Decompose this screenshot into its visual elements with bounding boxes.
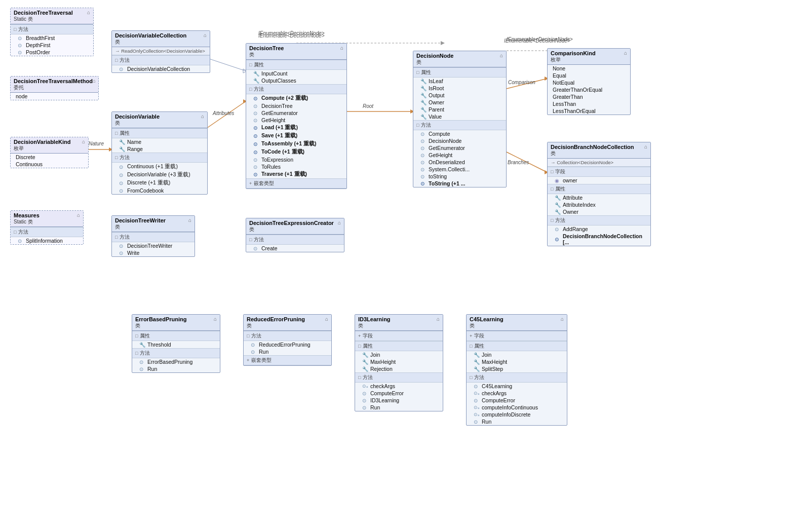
- method-item: ⊙Run: [132, 365, 220, 372]
- toggle-icon[interactable]: □: [416, 70, 419, 75]
- filter-icon[interactable]: ⌂: [325, 316, 328, 322]
- toggle-icon[interactable]: □: [14, 27, 16, 32]
- toggle-icon[interactable]: □: [358, 375, 361, 380]
- attr-item: 🔧Range: [112, 145, 207, 153]
- method-icon: ⊙: [420, 131, 427, 137]
- toggle-icon[interactable]: +: [470, 333, 472, 338]
- section-fields: + 字段: [355, 331, 443, 341]
- toggle-icon[interactable]: □: [358, 344, 361, 349]
- section-methods: □ 方法: [132, 348, 220, 358]
- section-label: 属性: [421, 69, 431, 76]
- box-title: DecisionVariableKind: [14, 139, 70, 145]
- section-label: 方法: [18, 26, 28, 33]
- enum-item: GreaterThanOrEqual: [548, 86, 630, 93]
- toggle-icon[interactable]: □: [115, 58, 118, 63]
- box-subtitle: Static 类: [14, 218, 40, 225]
- box-subtitle: 枚举: [551, 56, 596, 63]
- filter-icon[interactable]: ⌂: [214, 316, 217, 322]
- method-item: ⊙Write: [112, 249, 195, 256]
- toggle-icon[interactable]: □: [247, 333, 249, 338]
- filter-icon[interactable]: ⌂: [188, 217, 191, 223]
- filter-icon[interactable]: ⌂: [77, 212, 80, 218]
- decision-tree-writer-box: DecisionTreeWriter 类 ⌂ □ 方法 ⊙DecisionTre…: [111, 215, 195, 257]
- method-item: ⊙Discrete (+1 重载): [112, 179, 207, 187]
- attr-item: 🔧IsLeaf: [413, 78, 506, 85]
- toggle-icon[interactable]: □: [135, 333, 138, 338]
- box-header: DecisionTreeWriter 类 ⌂: [112, 216, 195, 232]
- decision-branch-node-collection-box: DecisionBranchNodeCollection 类 ⌂ → Colle…: [547, 142, 651, 246]
- toggle-icon[interactable]: □: [470, 344, 472, 349]
- attr-item: 🔧Parent: [413, 106, 506, 113]
- decision-node-box: DecisionNode 类 ⌂ □ 属性 🔧IsLeaf 🔧IsRoot 🔧O…: [413, 51, 507, 187]
- toggle-icon[interactable]: □: [14, 230, 16, 235]
- box-title: ID3Learning: [358, 316, 391, 322]
- toggle-icon[interactable]: □: [115, 235, 118, 240]
- box-title: C45Learning: [470, 316, 504, 322]
- filter-icon[interactable]: ⌂: [437, 316, 440, 322]
- method-item: ⊙System.Collecti...: [413, 166, 506, 173]
- nature-label: Nature: [89, 141, 104, 146]
- toggle-icon[interactable]: +: [358, 333, 361, 338]
- toggle-icon[interactable]: □: [551, 186, 553, 192]
- box-title: ReducedErrorPruning: [247, 316, 305, 322]
- wrench-icon: 🔧: [420, 107, 427, 112]
- box-subtitle: 类: [247, 322, 305, 329]
- box-header: ReducedErrorPruning 类 ⌂: [244, 315, 331, 331]
- filter-icon[interactable]: ⌂: [87, 10, 90, 15]
- section-label: 嵌套类型: [254, 180, 274, 187]
- method-icon: ⊙ₐ: [474, 412, 480, 417]
- box-title: ErrorBasedPruning: [135, 316, 186, 322]
- ienumerable-right-label: IEnumerable<DecisionNode>: [504, 38, 570, 44]
- section-label: 方法: [120, 154, 130, 161]
- filter-icon[interactable]: ⌂: [204, 32, 207, 38]
- wrench-icon: 🔧: [139, 342, 145, 348]
- wrench-icon: 🔧: [119, 146, 125, 152]
- method-icon: ⊙: [251, 349, 257, 355]
- filter-icon[interactable]: ⌂: [644, 144, 647, 149]
- method-item: ⊙DecisionVariableCollection: [112, 65, 210, 72]
- filter-icon[interactable]: ⌂: [500, 53, 503, 58]
- toggle-icon[interactable]: +: [247, 358, 249, 363]
- box-header: DecisionVariableCollection 类 ⌂: [112, 31, 210, 47]
- section-methods: □ 方法: [112, 232, 195, 242]
- toggle-icon[interactable]: □: [135, 351, 138, 356]
- filter-icon[interactable]: ⌂: [561, 316, 564, 322]
- method-item: ⊙GetEnumerator: [413, 144, 506, 152]
- wrench-icon: 🔧: [555, 195, 561, 201]
- filter-icon[interactable]: ⌂: [93, 78, 96, 84]
- section-label: 方法: [421, 122, 431, 129]
- toggle-icon[interactable]: □: [115, 131, 118, 136]
- filter-icon[interactable]: ⌂: [624, 50, 627, 56]
- box-title: DecisionTreeTraversalMethod: [14, 78, 93, 84]
- wrench-icon: 🔧: [420, 86, 427, 91]
- toggle-icon[interactable]: □: [249, 237, 252, 242]
- filter-icon[interactable]: ⌂: [340, 45, 343, 51]
- wrench-icon: 🔧: [420, 114, 427, 120]
- toggle-icon[interactable]: □: [470, 375, 472, 380]
- enum-item: NotEqual: [548, 79, 630, 86]
- delegate-item: node: [11, 93, 98, 100]
- toggle-icon[interactable]: □: [249, 87, 252, 92]
- section-attrs: □ 属性: [132, 331, 220, 341]
- filter-icon[interactable]: ⌂: [201, 114, 204, 119]
- toggle-icon[interactable]: □: [551, 169, 553, 174]
- box-header: DecisionVariableKind 枚举 ⌂: [11, 137, 88, 154]
- attr-item: 🔧SplitStep: [467, 365, 567, 372]
- toggle-icon[interactable]: □: [551, 218, 553, 223]
- filter-icon[interactable]: ⌂: [338, 220, 341, 225]
- attr-item: 🔧Join: [355, 351, 443, 358]
- method-item: ⊙ToRules: [246, 163, 346, 170]
- toggle-icon[interactable]: □: [416, 123, 419, 128]
- method-icon: ⊙: [420, 160, 427, 165]
- attr-item: 🔧MaxHeight: [467, 358, 567, 365]
- section-label: 属性: [140, 332, 150, 340]
- method-item: ⊙Compute: [413, 130, 506, 137]
- section-methods: □ 方法: [246, 235, 344, 245]
- method-item: ⊙ToString (+1 ...: [413, 180, 506, 187]
- filter-icon[interactable]: ⌂: [82, 139, 85, 144]
- method-icon: ⊙: [253, 141, 259, 147]
- toggle-icon[interactable]: +: [249, 181, 252, 186]
- toggle-icon[interactable]: □: [115, 155, 118, 160]
- toggle-icon[interactable]: □: [249, 62, 252, 67]
- method-icon: ⊙: [18, 50, 24, 55]
